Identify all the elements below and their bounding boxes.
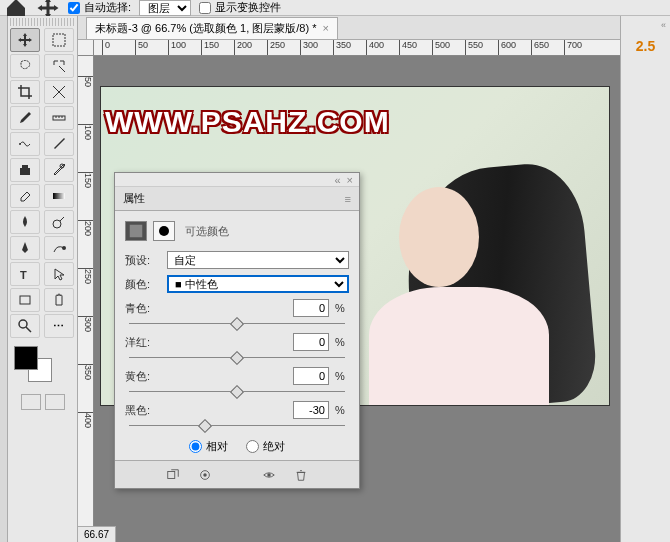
- adjustment-icon[interactable]: [125, 221, 147, 241]
- marquee-tool[interactable]: [44, 28, 74, 52]
- slider-thumb[interactable]: [230, 317, 244, 331]
- document-tab-bar: 未标题-3 @ 66.7% (选取颜色 1, 图层蒙版/8) * ×: [78, 16, 620, 40]
- vertical-ruler[interactable]: 50100150200250300350400: [78, 56, 94, 542]
- panel-grip[interactable]: [10, 18, 75, 26]
- auto-select-checkbox[interactable]: 自动选择:: [68, 0, 131, 15]
- ruler-tick: 550: [465, 40, 483, 55]
- color-label: 颜色:: [125, 277, 161, 292]
- collapse-panel-icon[interactable]: «: [334, 174, 340, 186]
- ruler-origin[interactable]: [78, 40, 94, 56]
- svg-rect-12: [20, 296, 30, 304]
- freeform-pen-tool[interactable]: [44, 236, 74, 260]
- ruler-tick: 100: [168, 40, 186, 55]
- slider-value-input[interactable]: [293, 333, 329, 351]
- right-dock: « 2.5: [620, 16, 670, 542]
- visibility-icon[interactable]: [260, 467, 278, 483]
- color-swatches[interactable]: [10, 346, 75, 386]
- path-select-tool[interactable]: [44, 262, 74, 286]
- svg-point-19: [267, 473, 271, 477]
- eyedropper-tool[interactable]: [10, 106, 40, 130]
- healing-brush-tool[interactable]: [10, 132, 40, 156]
- svg-point-5: [19, 143, 21, 145]
- type-tool[interactable]: T: [10, 262, 40, 286]
- move-tool-icon[interactable]: [36, 1, 60, 15]
- slider-label: 洋红:: [125, 335, 161, 350]
- relative-radio[interactable]: 相对: [189, 439, 228, 454]
- svg-line-9: [60, 217, 64, 221]
- history-brush-tool[interactable]: [44, 158, 74, 182]
- brush-tool[interactable]: [44, 132, 74, 156]
- rectangle-tool[interactable]: [10, 288, 40, 312]
- more-tools[interactable]: ⋯: [44, 314, 74, 338]
- slider-track[interactable]: [129, 319, 345, 329]
- ruler-tool[interactable]: [44, 106, 74, 130]
- properties-panel: « × 属性 ≡ 可选颜色 预设: 自定 颜色: ■ 中性色 青色: %: [114, 172, 360, 489]
- percent-label: %: [335, 336, 349, 348]
- close-panel-icon[interactable]: ×: [347, 174, 353, 186]
- reset-icon[interactable]: [228, 467, 246, 483]
- right-panel-value: 2.5: [625, 38, 666, 54]
- percent-label: %: [335, 370, 349, 382]
- slider-row: 青色: %: [125, 299, 349, 329]
- collapse-icon[interactable]: «: [625, 20, 666, 30]
- standard-mode-icon[interactable]: [21, 394, 41, 410]
- ruler-tick: 50: [78, 76, 93, 87]
- foreground-color-swatch[interactable]: [14, 346, 38, 370]
- blur-tool[interactable]: [10, 210, 40, 234]
- close-icon[interactable]: ×: [322, 22, 328, 34]
- slider-value-input[interactable]: [293, 367, 329, 385]
- show-transform-checkbox[interactable]: 显示变换控件: [199, 0, 281, 15]
- slider-track[interactable]: [129, 387, 345, 397]
- horizontal-ruler[interactable]: 0501001502002503003504004505005506006507…: [94, 40, 620, 56]
- crop-tool[interactable]: [10, 80, 40, 104]
- slider-label: 青色:: [125, 301, 161, 316]
- zoom-level[interactable]: 66.67: [78, 526, 116, 542]
- ruler-tick: 50: [135, 40, 148, 55]
- slider-track[interactable]: [129, 353, 345, 363]
- slider-row: 黑色: %: [125, 401, 349, 431]
- document-tab[interactable]: 未标题-3 @ 66.7% (选取颜色 1, 图层蒙版/8) * ×: [86, 17, 338, 39]
- previous-state-icon[interactable]: [196, 467, 214, 483]
- clip-to-layer-icon[interactable]: [164, 467, 182, 483]
- svg-point-10: [62, 246, 66, 250]
- zoom-tool[interactable]: [10, 314, 40, 338]
- slider-track[interactable]: [129, 421, 345, 431]
- quick-select-tool[interactable]: [44, 54, 74, 78]
- gradient-tool[interactable]: [44, 184, 74, 208]
- quickmask-mode-icon[interactable]: [45, 394, 65, 410]
- ruler-tick: 350: [78, 364, 93, 380]
- slider-thumb[interactable]: [230, 351, 244, 365]
- photo-content: [339, 127, 589, 406]
- slider-thumb[interactable]: [230, 385, 244, 399]
- clone-stamp-tool[interactable]: [10, 158, 40, 182]
- slider-thumb[interactable]: [198, 419, 212, 433]
- layer-target-dropdown[interactable]: 图层: [139, 0, 191, 16]
- show-transform-label: 显示变换控件: [215, 0, 281, 15]
- ruler-tick: 200: [234, 40, 252, 55]
- hand-tool[interactable]: [44, 288, 74, 312]
- move-tool[interactable]: [10, 28, 40, 52]
- svg-text:T: T: [20, 269, 27, 281]
- slider-value-input[interactable]: [293, 299, 329, 317]
- slice-tool[interactable]: [44, 80, 74, 104]
- adjustment-name: 可选颜色: [185, 224, 229, 239]
- ruler-tick: 150: [201, 40, 219, 55]
- lasso-tool[interactable]: [10, 54, 40, 78]
- svg-point-8: [53, 220, 61, 228]
- ruler-tick: 450: [399, 40, 417, 55]
- absolute-radio[interactable]: 绝对: [246, 439, 285, 454]
- home-icon[interactable]: [4, 1, 28, 15]
- slider-value-input[interactable]: [293, 401, 329, 419]
- preset-label: 预设:: [125, 253, 161, 268]
- panel-menu-icon[interactable]: ≡: [345, 193, 351, 205]
- ruler-tick: 300: [300, 40, 318, 55]
- pen-tool[interactable]: [10, 236, 40, 260]
- dodge-tool[interactable]: [44, 210, 74, 234]
- mask-icon[interactable]: [153, 221, 175, 241]
- eraser-tool[interactable]: [10, 184, 40, 208]
- svg-point-13: [19, 320, 27, 328]
- preset-dropdown[interactable]: 自定: [167, 251, 349, 269]
- color-dropdown[interactable]: ■ 中性色: [167, 275, 349, 293]
- delete-icon[interactable]: [292, 467, 310, 483]
- panel-footer: [115, 460, 359, 488]
